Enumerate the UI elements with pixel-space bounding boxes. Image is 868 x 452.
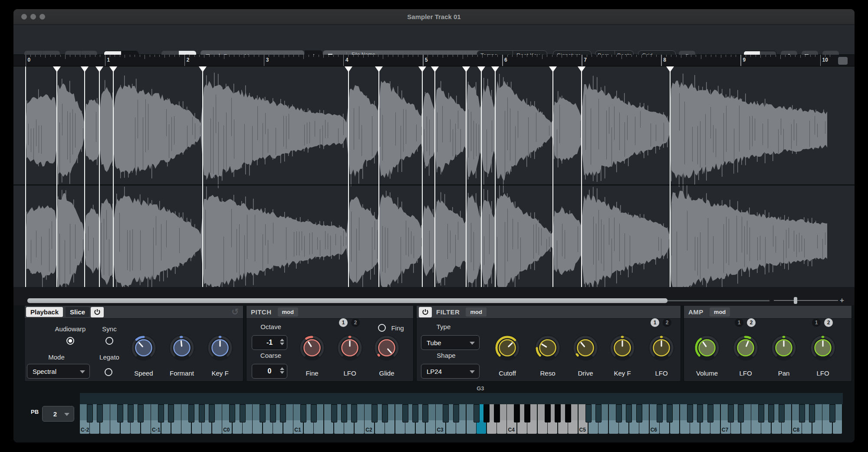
filter-knob-reso-1[interactable] [534,334,562,362]
waveform-display[interactable] [13,66,855,287]
black-key[interactable] [738,404,744,422]
slice-handle[interactable] [666,66,674,72]
slice-line[interactable] [434,66,435,287]
octave-stepper[interactable]: -1 [252,335,287,350]
amp-knob-lfo-1-lfo-badge-1[interactable]: 1 [735,318,743,327]
amp-knob-lfo-3-lfo-badge-1[interactable]: 1 [812,318,821,327]
slice-line[interactable] [495,66,496,287]
playback-knob-speed-0[interactable] [130,334,158,362]
tab-slice[interactable]: Slice [66,307,89,317]
filter-type-dropdown[interactable]: Tube [421,335,480,350]
slice-line[interactable] [99,66,100,287]
amp-knob-volume-0[interactable] [693,334,721,362]
slice-handle[interactable] [375,66,383,72]
black-key[interactable] [768,404,774,422]
black-key[interactable] [138,404,144,422]
slice-handle[interactable] [345,66,352,72]
zoom-slider-handle[interactable] [794,297,797,304]
coarse-spinner[interactable] [280,367,284,374]
octave-spinner[interactable] [280,339,284,345]
slice-line[interactable] [552,66,553,287]
amp-knob-lfo-3-lfo-badge-2[interactable]: 2 [824,318,833,327]
black-key[interactable] [779,404,785,422]
black-key[interactable] [657,404,663,422]
black-key[interactable] [97,404,103,422]
black-key[interactable] [494,404,500,422]
black-key[interactable] [809,404,815,422]
sync-radio[interactable] [105,337,113,345]
slice-line[interactable] [113,66,114,287]
pitch-knob-fine-0[interactable] [298,334,326,362]
filter-knob-lfo-4-lfo-badge-2[interactable]: 2 [663,318,671,327]
black-key[interactable] [595,404,602,422]
black-key[interactable] [829,404,835,422]
black-key[interactable] [514,404,520,422]
black-key[interactable] [209,404,215,422]
coarse-stepper[interactable]: 0 [252,364,287,379]
black-key[interactable] [311,404,317,422]
black-key[interactable] [473,404,480,422]
pitch-mod-button[interactable]: mod [278,307,298,317]
amp-mod-button[interactable]: mod [710,307,730,317]
black-key[interactable] [117,404,123,422]
black-key[interactable] [443,404,449,422]
pitch-knob-glide-2[interactable] [373,334,401,362]
black-key[interactable] [382,404,388,422]
black-key[interactable] [270,404,276,422]
slice-handle[interactable] [431,66,439,72]
scrollbar-track[interactable] [667,300,769,301]
pitch-knob-lfo-1-lfo-badge-1[interactable]: 1 [339,318,348,327]
filter-knob-key-f-3[interactable] [608,334,636,362]
timeline-ruler[interactable]: 012345678910 [13,55,855,66]
slice-line[interactable] [422,66,423,287]
zoom-slider-track[interactable] [774,300,838,301]
amp-knob-lfo-1[interactable] [732,334,760,362]
black-key[interactable] [524,404,530,422]
slice-power-button[interactable] [91,307,104,317]
slice-line[interactable] [56,66,57,287]
black-key[interactable] [402,404,408,422]
black-key[interactable] [667,404,673,422]
black-key[interactable] [453,404,459,422]
black-key[interactable] [636,404,642,422]
horizontal-scrollbar[interactable] [27,298,667,303]
slice-handle[interactable] [549,66,557,72]
slice-line[interactable] [348,66,349,287]
slice-handle[interactable] [491,66,499,72]
black-key[interactable] [483,404,490,422]
mode-dropdown[interactable]: Spectral [27,364,90,379]
slice-handle[interactable] [462,66,470,72]
slice-line[interactable] [202,66,203,287]
black-key[interactable] [199,404,205,422]
black-key[interactable] [585,404,592,422]
filter-mod-button[interactable]: mod [466,307,486,317]
playback-knob-key-f-2[interactable] [206,334,234,362]
filter-knob-lfo-4[interactable] [648,334,675,362]
slice-line[interactable] [466,66,467,287]
black-key[interactable] [555,404,561,422]
black-key[interactable] [626,404,632,422]
black-key[interactable] [341,404,347,422]
black-key[interactable] [240,404,246,422]
slice-line[interactable] [481,66,482,287]
black-key[interactable] [616,404,622,422]
slice-handle[interactable] [418,66,426,72]
audiowarp-radio[interactable] [66,337,74,345]
slice-line[interactable] [378,66,379,287]
black-key[interactable] [300,404,306,422]
black-key[interactable] [422,404,428,422]
slice-handle[interactable] [477,66,485,72]
black-key[interactable] [128,404,134,422]
slice-line[interactable] [581,66,582,287]
slice-handle[interactable] [95,66,103,72]
black-key[interactable] [412,404,418,422]
black-key[interactable] [280,404,286,422]
slice-handle[interactable] [81,66,89,72]
slice-line[interactable] [670,66,671,287]
black-key[interactable] [697,404,703,422]
zoom-in-label[interactable]: + [840,296,844,305]
filter-knob-drive-2[interactable] [572,334,599,362]
pitch-knob-lfo-1[interactable] [336,334,364,362]
amp-knob-pan-2[interactable] [770,334,798,362]
black-key[interactable] [188,404,194,422]
